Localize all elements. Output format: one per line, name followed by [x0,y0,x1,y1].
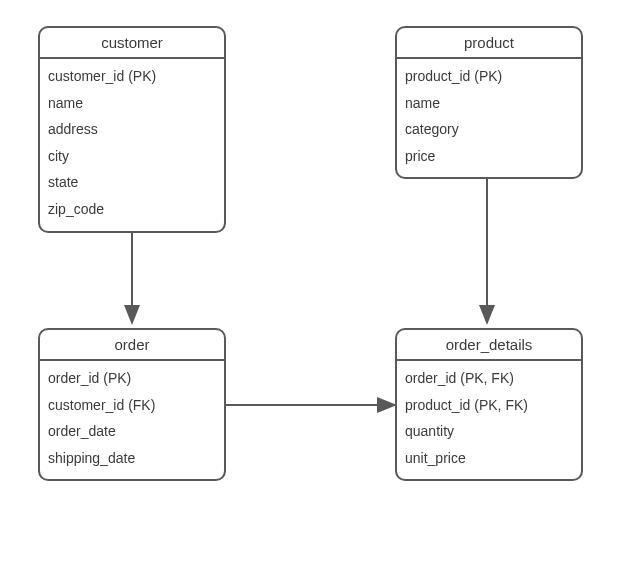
attr: customer_id (FK) [48,392,216,419]
entity-title: product [397,28,581,59]
attr: name [48,90,216,117]
entity-attrs: order_id (PK, FK) product_id (PK, FK) qu… [397,361,581,479]
attr: zip_code [48,196,216,223]
attr: address [48,116,216,143]
attr: shipping_date [48,445,216,472]
entity-attrs: customer_id (PK) name address city state… [40,59,224,231]
attr: city [48,143,216,170]
attr: customer_id (PK) [48,63,216,90]
attr: order_date [48,418,216,445]
attr: category [405,116,573,143]
entity-product: product product_id (PK) name category pr… [395,26,583,179]
entity-attrs: order_id (PK) customer_id (FK) order_dat… [40,361,224,479]
attr: unit_price [405,445,573,472]
entity-order: order order_id (PK) customer_id (FK) ord… [38,328,226,481]
attr: product_id (PK, FK) [405,392,573,419]
entity-title: order_details [397,330,581,361]
attr: quantity [405,418,573,445]
attr: product_id (PK) [405,63,573,90]
er-diagram-canvas: customer customer_id (PK) name address c… [0,0,636,578]
attr: state [48,169,216,196]
entity-title: order [40,330,224,361]
attr: price [405,143,573,170]
entity-customer: customer customer_id (PK) name address c… [38,26,226,233]
attr: name [405,90,573,117]
entity-attrs: product_id (PK) name category price [397,59,581,177]
attr: order_id (PK) [48,365,216,392]
entity-order-details: order_details order_id (PK, FK) product_… [395,328,583,481]
entity-title: customer [40,28,224,59]
attr: order_id (PK, FK) [405,365,573,392]
